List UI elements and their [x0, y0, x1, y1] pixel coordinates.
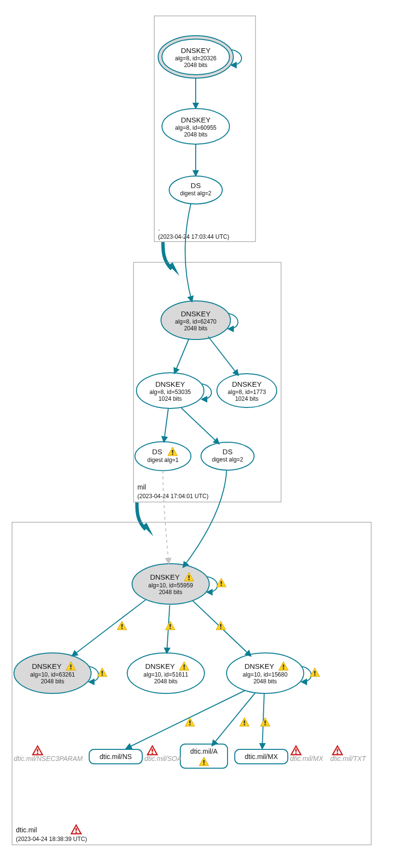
svg-text:dtic.mil/A: dtic.mil/A: [190, 747, 218, 755]
node-dtic-ksk[interactable]: DNSKEY alg=10, id=55959 2048 bits: [132, 564, 209, 604]
delegation-root-to-mil: [163, 242, 179, 276]
svg-text:DNSKEY: DNSKEY: [244, 662, 274, 670]
svg-text:DS: DS: [223, 448, 233, 456]
zone-mil-ts: (2023-04-24 17:04:01 UTC): [137, 493, 208, 500]
node-dtic-key-51611[interactable]: DNSKEY alg=10, id=51611 2048 bits: [127, 653, 204, 693]
rrset-dtic-txt: dtic.mil/TXT: [330, 755, 366, 762]
rrset-dtic-mx-grey: dtic.mil/MX: [290, 755, 323, 762]
warn-icon: [310, 668, 320, 677]
svg-text:DNSKEY: DNSKEY: [145, 662, 175, 670]
warn-icon: [216, 578, 226, 587]
svg-text:alg=8, id=20326: alg=8, id=20326: [175, 55, 216, 62]
node-mil-ksk[interactable]: DNSKEY alg=8, id=62470 2048 bits: [161, 301, 230, 339]
node-dtic-key-63261[interactable]: DNSKEY alg=10, id=63261 2048 bits: [14, 653, 91, 693]
svg-text:dtic.mil/NS: dtic.mil/NS: [100, 753, 132, 760]
rrset-dtic-nsec3param: dtic.mil/NSEC3PARAM: [14, 755, 83, 762]
edge-root-ds-mil-ksk: [185, 203, 192, 301]
svg-text:DS: DS: [191, 181, 201, 190]
zone-mil-label: mil: [137, 483, 146, 491]
zone-dtic-ts: (2023-04-24 18:38:39 UTC): [16, 836, 87, 842]
svg-text:alg=8, id=60955: alg=8, id=60955: [175, 124, 216, 131]
node-mil-ds1[interactable]: DS digest alg=1: [135, 442, 191, 471]
svg-text:2048 bits: 2048 bits: [184, 62, 208, 68]
svg-text:1024 bits: 1024 bits: [235, 395, 259, 402]
svg-text:1024 bits: 1024 bits: [159, 395, 182, 402]
rrset-dtic-soa: dtic.mil/SOA: [144, 755, 181, 762]
svg-text:DNSKEY: DNSKEY: [181, 46, 211, 54]
svg-text:digest alg=1: digest alg=1: [147, 457, 178, 463]
svg-text:alg=10, id=63261: alg=10, id=63261: [30, 671, 75, 678]
svg-text:dtic.mil/MX: dtic.mil/MX: [245, 753, 278, 760]
edge-mil-ds1-dtic-ksk: [163, 471, 169, 563]
error-icon: [71, 825, 81, 834]
svg-text:DS: DS: [152, 448, 162, 456]
zone-root: . (2023-04-24 17:03:44 UTC) DNSKEY alg=8…: [154, 16, 256, 242]
rrset-dtic-ns[interactable]: dtic.mil/NS: [89, 749, 142, 764]
node-root-ds[interactable]: DS digest alg=2: [169, 176, 222, 204]
edge-dtic-ksk-k2: [72, 600, 146, 656]
delegation-mil-to-dtic: [137, 502, 153, 536]
zone-dtic-label: dtic.mil: [16, 826, 37, 834]
zone-dtic: dtic.mil (2023-04-24 18:38:39 UTC) DNSKE…: [12, 471, 371, 845]
svg-text:DNSKEY: DNSKEY: [232, 380, 262, 388]
node-mil-ds2[interactable]: DS digest alg=2: [201, 442, 254, 470]
error-icon: [333, 746, 342, 755]
warn-icon: [216, 621, 226, 630]
svg-text:alg=10, id=51611: alg=10, id=51611: [144, 671, 188, 678]
rrset-dtic-mx[interactable]: dtic.mil/MX: [235, 749, 288, 764]
error-icon: [148, 746, 157, 755]
error-icon: [33, 746, 42, 755]
svg-text:DNSKEY: DNSKEY: [150, 573, 180, 581]
svg-point-30: [135, 442, 191, 471]
svg-text:digest alg=2: digest alg=2: [180, 190, 211, 197]
svg-text:alg=10, id=55959: alg=10, id=55959: [148, 582, 193, 589]
zone-root-ts: (2023-04-24 17:03:44 UTC): [158, 233, 229, 240]
svg-text:2048 bits: 2048 bits: [41, 678, 65, 685]
svg-text:alg=10, id=15680: alg=10, id=15680: [243, 671, 288, 678]
warn-icon: [165, 621, 175, 630]
warn-icon: [117, 621, 127, 630]
error-icon: [291, 746, 301, 755]
edge-mil-ksk-zsk2: [208, 337, 238, 375]
zone-mil: mil (2023-04-24 17:04:01 UTC) DNSKEY alg…: [134, 203, 281, 502]
svg-text:2048 bits: 2048 bits: [184, 131, 208, 138]
node-mil-zsk-1773[interactable]: DNSKEY alg=8, id=1773 1024 bits: [217, 374, 277, 407]
svg-text:alg=8, id=1773: alg=8, id=1773: [228, 389, 266, 395]
node-root-ksk[interactable]: DNSKEY alg=8, id=20326 2048 bits: [158, 36, 233, 78]
warn-icon: [97, 668, 107, 677]
rrset-dtic-a[interactable]: dtic.mil/A: [180, 744, 228, 768]
svg-text:DNSKEY: DNSKEY: [155, 380, 185, 388]
svg-text:2048 bits: 2048 bits: [254, 678, 277, 685]
svg-text:DNSKEY: DNSKEY: [181, 116, 211, 124]
node-dtic-key-15680[interactable]: DNSKEY alg=10, id=15680 2048 bits: [227, 653, 304, 693]
svg-text:alg=8, id=53035: alg=8, id=53035: [149, 389, 191, 395]
edge-dtic-k4-a: [212, 692, 256, 746]
svg-text:DNSKEY: DNSKEY: [181, 310, 211, 318]
edge-mil-ds2-dtic-ksk: [183, 471, 227, 567]
node-mil-zsk-53035[interactable]: DNSKEY alg=8, id=53035 1024 bits: [136, 373, 204, 408]
warn-icon: [240, 718, 249, 726]
node-root-zsk[interactable]: DNSKEY alg=8, id=60955 2048 bits: [162, 108, 229, 144]
svg-text:2048 bits: 2048 bits: [159, 589, 183, 596]
svg-text:alg=8, id=62470: alg=8, id=62470: [175, 318, 216, 325]
svg-text:2048 bits: 2048 bits: [184, 325, 208, 332]
svg-text:digest alg=2: digest alg=2: [212, 456, 243, 463]
zone-root-label: .: [158, 224, 160, 232]
edge-mil-ksk-zsk1: [175, 339, 189, 373]
edge-mil-zsk1-ds1: [164, 409, 168, 442]
svg-text:2048 bits: 2048 bits: [154, 678, 178, 685]
edge-mil-zsk1-ds2: [181, 408, 219, 444]
edge-dtic-k4-ns: [126, 691, 245, 748]
svg-text:DNSKEY: DNSKEY: [32, 662, 62, 670]
warn-icon: [260, 718, 270, 726]
